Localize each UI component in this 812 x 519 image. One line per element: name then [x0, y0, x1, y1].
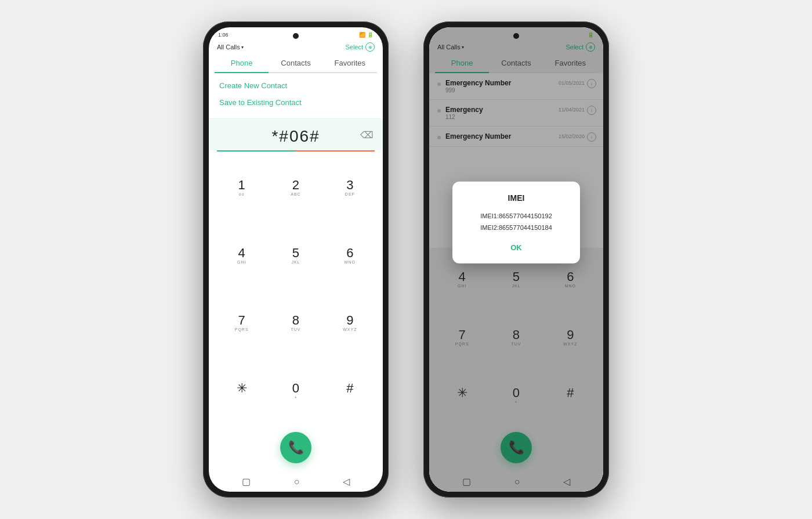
key-star[interactable]: ✳: [215, 357, 269, 425]
key-hash[interactable]: #: [323, 357, 377, 425]
backspace-button[interactable]: ⌫: [360, 129, 374, 140]
contact-options: Create New Contact Save to Existing Cont…: [209, 73, 383, 115]
imei-ok-button[interactable]: OK: [462, 243, 571, 251]
all-calls-dropdown[interactable]: All Calls ▾: [217, 44, 244, 51]
home-button[interactable]: ○: [294, 477, 300, 487]
phone-right: 🔋 All Calls ▾ Select ⊕ Phone Contacts Fa…: [423, 21, 609, 498]
imei2-text: IMEI2:865577044150184: [462, 222, 571, 234]
call-button-container: 📞: [209, 427, 383, 471]
key-3[interactable]: 3 DEF: [323, 154, 377, 222]
key-4[interactable]: 4 GHI: [215, 222, 269, 290]
back-button[interactable]: ◁: [343, 476, 350, 487]
tab-favorites[interactable]: Favorites: [323, 54, 377, 72]
imei-content: IMEI1:865577044150192 IMEI2:865577044150…: [462, 211, 571, 234]
phone-left: 1:06 📶 🔋 All Calls ▾ Select ⊕ Phone Cont: [203, 21, 389, 498]
key-7[interactable]: 7 PQRS: [215, 290, 269, 358]
key-0[interactable]: 0 +: [269, 357, 322, 425]
create-new-contact-link[interactable]: Create New Contact: [219, 81, 372, 90]
keypad: 1 oo 2 ABC 3 DEF 4 GHI 5 JKL 6 MNO: [209, 152, 383, 427]
circle-icon: ⊕: [365, 42, 375, 52]
chevron-down-icon: ▾: [241, 45, 244, 50]
status-bar: 1:06 📶 🔋: [209, 27, 383, 40]
tabs-bar: Phone Contacts Favorites: [215, 54, 377, 73]
dial-number-display: *#06#: [219, 127, 372, 146]
key-1[interactable]: 1 oo: [215, 154, 269, 222]
call-button[interactable]: 📞: [280, 432, 311, 463]
select-button[interactable]: Select ⊕: [345, 42, 375, 52]
tab-contacts[interactable]: Contacts: [269, 54, 322, 72]
tab-phone[interactable]: Phone: [215, 54, 269, 73]
status-icons: 📶 🔋: [359, 32, 374, 38]
imei-dialog-title: IMEI: [462, 193, 571, 203]
key-8[interactable]: 8 TUV: [269, 290, 322, 358]
key-9[interactable]: 9 WXYZ: [323, 290, 377, 358]
phone-right-screen: 🔋 All Calls ▾ Select ⊕ Phone Contacts Fa…: [429, 27, 603, 492]
recent-apps-button[interactable]: ▢: [242, 476, 251, 487]
save-to-existing-link[interactable]: Save to Existing Contact: [219, 98, 372, 107]
imei1-text: IMEI1:865577044150192: [462, 211, 571, 222]
camera-dot: [293, 33, 299, 39]
key-2[interactable]: 2 ABC: [269, 154, 322, 222]
key-6[interactable]: 6 MNO: [323, 222, 377, 290]
time-display: 1:06: [218, 32, 229, 38]
top-nav: All Calls ▾ Select ⊕: [209, 40, 383, 54]
phone-left-screen: 1:06 📶 🔋 All Calls ▾ Select ⊕ Phone Cont: [209, 27, 383, 492]
key-5[interactable]: 5 JKL: [269, 222, 322, 290]
bottom-nav: ▢ ○ ◁: [209, 471, 383, 492]
imei-dialog: IMEI IMEI1:865577044150192 IMEI2:8655770…: [452, 182, 580, 264]
call-icon: 📞: [288, 440, 304, 455]
dial-input-area: *#06# ⌫: [209, 118, 383, 150]
